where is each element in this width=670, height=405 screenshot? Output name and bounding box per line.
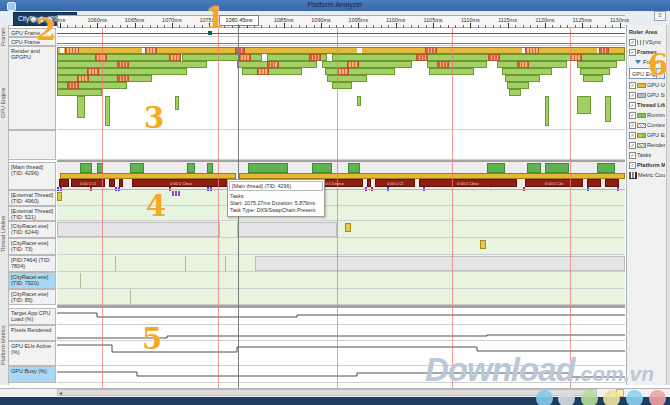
running-block[interactable] [248, 163, 288, 173]
sidebar-row-label[interactable]: GPU Busy (%) [8, 366, 56, 383]
gpu-task-bar[interactable] [242, 68, 302, 75]
task-bar[interactable] [605, 179, 619, 187]
task-bar[interactable] [59, 179, 69, 187]
task-bar[interactable]: 0:00:1 Clear [419, 179, 517, 187]
idle-segment[interactable] [57, 222, 220, 237]
task-bar[interactable]: 0:00:1 Clear [132, 179, 230, 187]
scroll-left-icon[interactable]: ◄ [58, 390, 63, 396]
gpu-task-spike[interactable] [77, 96, 85, 118]
running-segment[interactable] [57, 207, 625, 220]
task-bar[interactable]: 0:00:1 Cle [525, 179, 583, 187]
running-block[interactable] [597, 163, 615, 173]
checkbox-icon[interactable]: ✓ [629, 162, 636, 169]
task-bar[interactable] [367, 179, 371, 187]
checkbox-icon[interactable]: ✓ [629, 122, 636, 129]
running-segment[interactable] [57, 273, 625, 288]
track-row[interactable] [57, 37, 625, 46]
gpu-task-bar[interactable] [580, 68, 610, 75]
running-block[interactable] [527, 163, 541, 173]
gpu-task-bar[interactable] [57, 75, 152, 82]
gpu-task-spike[interactable] [577, 96, 591, 114]
gpu-task-bar[interactable] [57, 89, 102, 96]
running-block[interactable] [545, 163, 569, 173]
sidebar-row-label[interactable]: [External Thread] (TID: 521) [8, 206, 56, 221]
checkbox-icon[interactable]: ✓ [629, 39, 636, 46]
checkbox-icon[interactable]: ✓ [629, 112, 636, 119]
legend-item-metric-count[interactable]: Metric Count [629, 170, 665, 180]
gpu-task-spike[interactable] [545, 96, 549, 126]
gpu-task-bar[interactable] [577, 61, 617, 68]
gpu-task-bar[interactable] [322, 61, 412, 68]
gpu-task-bar[interactable] [325, 68, 395, 75]
checkbox-icon[interactable]: ✓ [629, 102, 636, 109]
running-segment[interactable] [57, 239, 625, 254]
running-block[interactable] [487, 163, 505, 173]
gpu-task-spike[interactable] [357, 96, 361, 106]
gpu-task-bar[interactable] [575, 54, 625, 61]
running-block[interactable] [187, 163, 195, 173]
sidebar-row-label[interactable]: [CityRacer.exe] (TID: 6244) [8, 221, 56, 238]
task-bar[interactable] [587, 179, 601, 187]
gpu-task-bar[interactable] [505, 75, 540, 82]
gpu-task-bar[interactable] [332, 54, 422, 61]
gpu-task-bar[interactable] [497, 61, 567, 68]
running-block[interactable] [130, 163, 144, 173]
task-bar[interactable]: 0:00:1 Cl [375, 179, 415, 187]
gpu-task-bar[interactable] [427, 61, 487, 68]
running-segment[interactable] [220, 222, 237, 237]
task-bar[interactable] [119, 179, 123, 187]
legend-item-gpu-softwar-[interactable]: ✓GPU Softwar... [629, 90, 665, 100]
gpu-frame-line[interactable] [57, 33, 625, 34]
sidebar-row-label[interactable]: Target App CPU Load (%) [8, 308, 56, 325]
legend-item-vsync[interactable]: ✓VSync [629, 37, 665, 47]
sidebar-row-label[interactable] [8, 130, 56, 160]
gpu-task-spike[interactable] [175, 96, 179, 110]
sidebar-row-label[interactable]: [CityRacer.exe] (TID: 73) [8, 238, 56, 255]
panel-menu-icon[interactable]: ≡ [654, 11, 666, 21]
sidebar-row-label[interactable]: Render and GPGPU [8, 46, 56, 130]
task-marker[interactable] [345, 223, 351, 232]
checkbox-icon[interactable]: ✓ [629, 132, 636, 139]
legend-item-running[interactable]: ✓Running [629, 110, 665, 120]
legend-item-tasks[interactable]: ✓Tasks [629, 150, 665, 160]
sidebar-row-label[interactable]: [CityRacer.exe] (TID: 85) [8, 289, 56, 305]
running-block[interactable] [80, 163, 92, 173]
sidebar-row-label[interactable]: Pixels Rendered [8, 325, 56, 341]
sidebar-row-label[interactable]: GPU EUs Active (%) [8, 341, 56, 366]
cpu-frame-line[interactable] [57, 43, 625, 44]
sidebar-row-label[interactable]: [External Thread] (TID: 4960) [8, 190, 56, 206]
legend-item-render-and-[interactable]: ✓Render and ... [629, 140, 665, 150]
sidebar-row-label[interactable]: [Main thread] (TID: 4296) [8, 162, 56, 190]
task-marker[interactable] [480, 240, 486, 249]
gpu-task-bar[interactable] [332, 82, 352, 89]
gpu-task-spike[interactable] [105, 96, 110, 126]
task-bar[interactable] [109, 179, 115, 187]
gpu-task-bar[interactable] [494, 54, 572, 61]
gpu-task-bar[interactable] [583, 75, 603, 82]
task-bar[interactable]: 0:00:1 Cl [71, 179, 105, 187]
gpu-task-bar[interactable] [57, 68, 187, 75]
gpu-task-bar[interactable] [327, 75, 367, 82]
gpu-task-bar[interactable] [509, 89, 521, 96]
gpu-task-bar[interactable] [57, 61, 207, 68]
running-segment[interactable] [57, 191, 625, 205]
checkbox-icon[interactable]: ✓ [629, 142, 636, 149]
legend-item-thread-lifeline[interactable]: ✓Thread Lifeline [629, 100, 665, 110]
scrollbar-thumb[interactable] [57, 389, 597, 396]
checkbox-icon[interactable]: ✓ [629, 92, 636, 99]
legend-item-gpu-engines-[interactable]: ✓GPU Engines... [629, 130, 665, 140]
gpu-task-spike[interactable] [605, 96, 611, 122]
checkbox-icon[interactable]: ✓ [629, 152, 636, 159]
running-segment[interactable] [57, 290, 625, 304]
running-block[interactable] [312, 163, 332, 173]
running-block[interactable] [348, 163, 360, 173]
sidebar-row-label[interactable]: [PID:7464] (TID: 7804) [8, 255, 56, 272]
gpu-task-bar[interactable] [57, 54, 177, 61]
checkbox-icon[interactable]: ✓ [629, 49, 636, 56]
running-segment[interactable] [337, 222, 625, 237]
running-block[interactable] [207, 163, 213, 173]
gpu-task-bar[interactable] [507, 82, 529, 89]
gpu-task-bar[interactable] [502, 68, 552, 75]
checkbox-icon[interactable]: ✓ [629, 82, 636, 89]
idle-segment[interactable] [237, 222, 337, 237]
